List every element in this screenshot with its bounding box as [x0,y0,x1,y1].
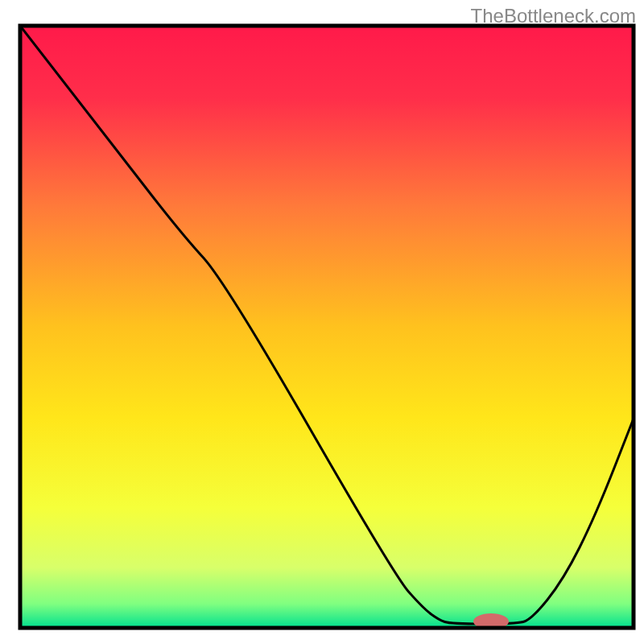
chart-svg [0,0,644,644]
watermark-text: TheBottleneck.com [471,5,636,27]
chart-container: TheBottleneck.com [0,0,644,644]
gradient-background [20,26,634,628]
